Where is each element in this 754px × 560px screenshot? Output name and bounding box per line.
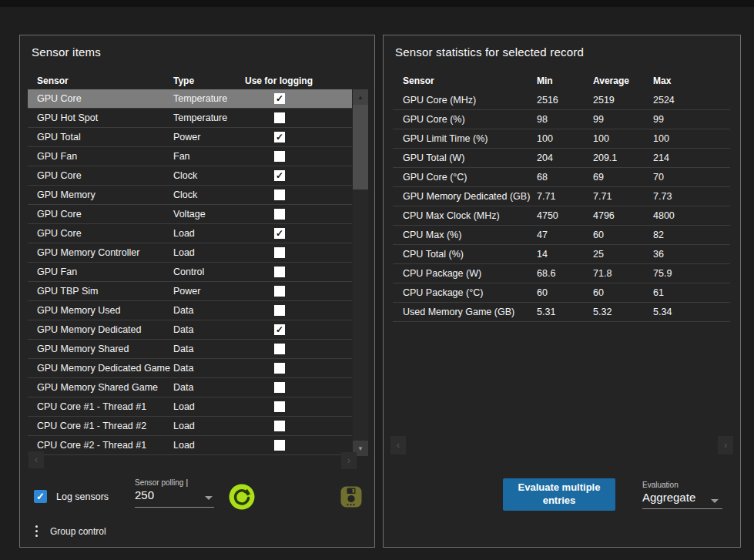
- sensor-row[interactable]: GPU CoreVoltage: [28, 205, 352, 224]
- refresh-button[interactable]: [228, 483, 256, 514]
- chevron-down-icon[interactable]: [711, 499, 719, 503]
- sensor-row[interactable]: GPU MemoryClock: [28, 186, 352, 205]
- stat-sensor: GPU Total (W): [403, 153, 537, 163]
- sensor-row[interactable]: CPU Core #1 - Thread #1Load: [28, 397, 352, 417]
- stat-sensor: GPU Core (°C): [403, 172, 537, 183]
- use-for-logging-checkbox[interactable]: ✓: [274, 132, 285, 143]
- use-for-logging-checkbox[interactable]: [274, 401, 285, 412]
- sensor-type: Load: [173, 228, 245, 239]
- sensor-row[interactable]: GPU FanFan: [28, 147, 352, 166]
- sensor-type: Temperature: [173, 93, 245, 104]
- stat-max: 100: [653, 133, 730, 144]
- stat-min: 68: [537, 172, 593, 183]
- stat-row: GPU Memory Dedicated (GB)7.717.717.73: [393, 187, 730, 206]
- floppy-disk-icon: [340, 485, 363, 508]
- stat-min: 7.71: [537, 191, 593, 202]
- scroll-left-icon[interactable]: ‹: [390, 436, 406, 454]
- sensor-name: GPU Memory: [37, 189, 173, 200]
- sensor-row[interactable]: CPU Core #1 - Thread #2Load: [28, 417, 352, 436]
- use-for-logging-checkbox[interactable]: [274, 344, 285, 354]
- sensor-row[interactable]: CPU Core #2 - Thread #1Load: [28, 436, 352, 455]
- sensor-row[interactable]: GPU Memory DedicatedData✓: [28, 320, 352, 340]
- stat-sensor: CPU Package (°C): [403, 287, 537, 298]
- use-for-logging-checkbox[interactable]: [274, 440, 285, 451]
- sensor-row[interactable]: GPU Memory Dedicated GameData: [28, 359, 352, 378]
- stat-min: 5.31: [537, 307, 593, 317]
- scroll-up-icon[interactable]: ▲: [353, 89, 368, 105]
- scroll-right-icon[interactable]: ›: [341, 452, 357, 469]
- stat-average: 25: [593, 249, 653, 260]
- vertical-scrollbar[interactable]: ▲ ▼: [353, 89, 368, 456]
- use-for-logging-checkbox[interactable]: [274, 305, 285, 316]
- scroll-right-icon[interactable]: ›: [718, 436, 733, 454]
- stat-sensor: Used Memory Game (GB): [403, 307, 537, 317]
- stat-average: 100: [593, 133, 653, 144]
- sensor-items-panel: Sensor items Sensor Type Use for logging…: [19, 35, 375, 548]
- sensor-row[interactable]: GPU CoreTemperature✓: [28, 89, 352, 109]
- stats-list: GPU Core (MHz)251625192524GPU Core (%)98…: [393, 91, 730, 322]
- use-for-logging-checkbox[interactable]: [274, 286, 285, 297]
- sensor-name: GPU Fan: [37, 267, 173, 277]
- scroll-left-icon[interactable]: ‹: [28, 451, 44, 468]
- sensor-name: CPU Core #1 - Thread #1: [37, 401, 173, 412]
- sensor-polling-dropdown[interactable]: 250: [135, 488, 154, 501]
- sensor-row[interactable]: GPU FanControl: [28, 263, 352, 282]
- use-for-logging-checkbox[interactable]: ✓: [274, 228, 285, 239]
- use-for-logging-checkbox[interactable]: ✓: [274, 170, 285, 181]
- log-sensors-label: Log sensors: [56, 491, 109, 502]
- sensor-type: Data: [173, 382, 245, 393]
- window-top-edge: [0, 0, 754, 7]
- use-for-logging-checkbox[interactable]: ✓: [274, 324, 285, 335]
- sensor-row[interactable]: GPU TotalPower✓: [28, 128, 352, 147]
- sensor-list: GPU CoreTemperature✓GPU Hot SpotTemperat…: [28, 89, 352, 456]
- sensor-type: Power: [173, 132, 245, 143]
- sensor-type: Load: [173, 421, 245, 431]
- stat-min: 204: [537, 153, 593, 163]
- stat-row: GPU Total (W)204209.1214: [393, 149, 730, 168]
- evaluation-dropdown[interactable]: Aggregate: [642, 491, 695, 504]
- group-control-label[interactable]: Group control: [50, 526, 106, 537]
- sensor-polling-label: Sensor polling|: [135, 478, 188, 487]
- sensor-name: GPU Memory Dedicated Game: [37, 363, 173, 374]
- evaluate-multiple-entries-button[interactable]: Evaluate multiple entries: [503, 478, 615, 511]
- use-for-logging-checkbox[interactable]: [274, 247, 285, 258]
- sensor-type: Control: [173, 267, 245, 277]
- stat-average: 69: [593, 172, 653, 183]
- stat-min: 2516: [537, 95, 593, 106]
- sensor-row[interactable]: GPU Memory SharedData: [28, 340, 352, 359]
- stat-average: 60: [593, 287, 653, 298]
- stat-max: 2524: [653, 95, 730, 106]
- sensor-row[interactable]: GPU Hot SpotTemperature: [28, 109, 352, 128]
- use-for-logging-checkbox[interactable]: [274, 267, 285, 277]
- use-for-logging-checkbox[interactable]: [274, 151, 285, 162]
- sensor-row[interactable]: GPU Memory UsedData: [28, 301, 352, 320]
- use-for-logging-checkbox[interactable]: [274, 382, 285, 393]
- stat-average: 7.71: [593, 191, 653, 202]
- save-button[interactable]: [340, 485, 363, 511]
- stat-max: 82: [653, 230, 730, 240]
- log-sensors-checkbox[interactable]: ✓: [34, 490, 47, 503]
- chevron-down-icon[interactable]: [205, 496, 213, 500]
- stat-row: CPU Total (%)142536: [393, 245, 730, 264]
- use-for-logging-checkbox[interactable]: [274, 363, 285, 374]
- sensor-row[interactable]: GPU CoreClock✓: [28, 166, 352, 186]
- dropdown-underline: [135, 507, 214, 508]
- use-for-logging-checkbox[interactable]: [274, 209, 285, 220]
- sensor-row[interactable]: GPU TBP SimPower: [28, 282, 352, 301]
- column-header-average: Average: [593, 75, 653, 86]
- use-for-logging-checkbox[interactable]: [274, 112, 285, 123]
- sensor-row[interactable]: GPU CoreLoad✓: [28, 224, 352, 243]
- stat-sensor: GPU Core (%): [403, 114, 537, 125]
- stat-max: 7.73: [653, 191, 730, 202]
- stat-max: 214: [653, 153, 730, 163]
- sensor-row[interactable]: GPU Memory Shared GameData: [28, 378, 352, 397]
- use-for-logging-checkbox[interactable]: [274, 189, 285, 200]
- stat-max: 70: [653, 172, 730, 183]
- sensor-row[interactable]: GPU Memory ControllerLoad: [28, 243, 352, 263]
- stat-min: 68.6: [537, 268, 593, 279]
- use-for-logging-checkbox[interactable]: [274, 421, 285, 431]
- sensor-type: Data: [173, 363, 245, 374]
- scrollbar-thumb[interactable]: [353, 105, 368, 189]
- use-for-logging-checkbox[interactable]: ✓: [274, 93, 285, 104]
- group-control-menu[interactable]: [35, 525, 39, 537]
